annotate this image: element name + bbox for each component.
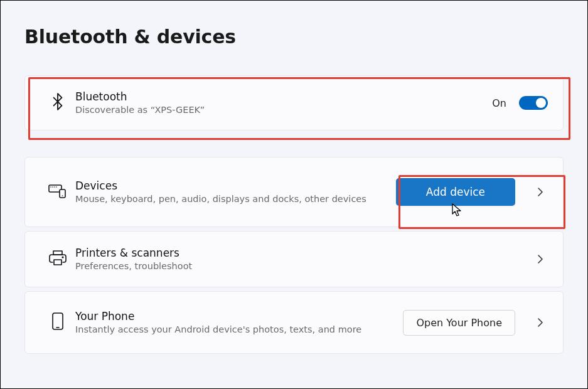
- chevron-right-icon: [533, 187, 548, 197]
- chevron-right-icon: [533, 317, 548, 328]
- devices-title: Devices: [75, 179, 386, 193]
- bluetooth-icon: [51, 92, 65, 114]
- your-phone-subtitle: Instantly access your Android device's p…: [75, 324, 370, 336]
- printers-subtitle: Preferences, troubleshoot: [75, 260, 370, 273]
- devices-icon: [48, 183, 67, 201]
- svg-rect-10: [53, 313, 63, 329]
- bluetooth-subtitle: Discoverable as “XPS-GEEK”: [75, 104, 370, 117]
- bluetooth-toggle-label: On: [492, 97, 506, 109]
- svg-rect-7: [53, 251, 62, 255]
- devices-row[interactable]: Devices Mouse, keyboard, pen, audio, dis…: [24, 157, 564, 227]
- svg-rect-8: [54, 260, 61, 265]
- open-your-phone-button[interactable]: Open Your Phone: [403, 310, 515, 336]
- printers-title: Printers & scanners: [75, 246, 518, 260]
- bluetooth-title: Bluetooth: [75, 90, 482, 104]
- chevron-right-icon: [533, 254, 548, 264]
- devices-subtitle: Mouse, keyboard, pen, audio, displays an…: [75, 193, 370, 206]
- page-title: Bluetooth & devices: [24, 26, 564, 48]
- add-device-button[interactable]: Add device: [396, 178, 515, 206]
- printer-icon: [49, 250, 67, 269]
- svg-rect-5: [60, 189, 65, 198]
- your-phone-title: Your Phone: [75, 309, 393, 324]
- phone-icon: [51, 312, 64, 333]
- your-phone-row[interactable]: Your Phone Instantly access your Android…: [24, 291, 564, 354]
- bluetooth-toggle[interactable]: [519, 96, 548, 110]
- svg-point-9: [62, 257, 63, 258]
- printers-row[interactable]: Printers & scanners Preferences, trouble…: [24, 231, 564, 287]
- bluetooth-row: Bluetooth Discoverable as “XPS-GEEK” On: [24, 75, 564, 131]
